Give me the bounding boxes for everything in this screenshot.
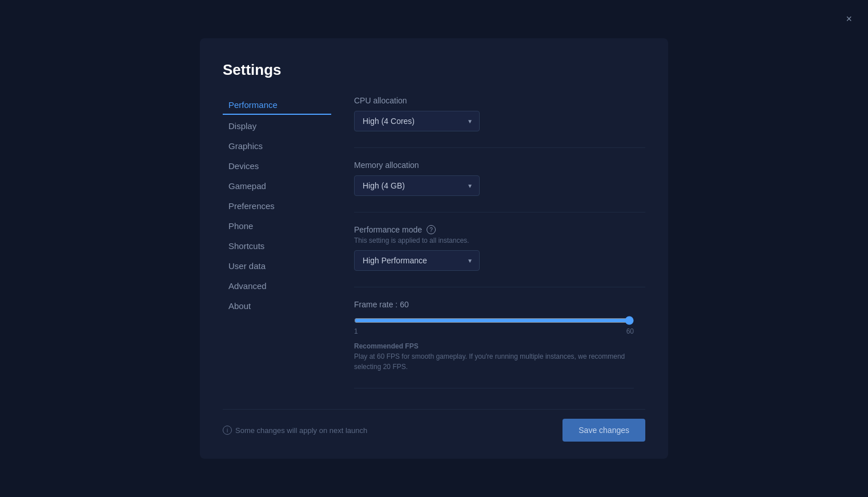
footer-note: i Some changes will apply on next launch <box>223 426 367 435</box>
sidebar-item-advanced[interactable]: Advanced <box>223 277 331 295</box>
separator-2 <box>354 212 645 213</box>
content-area: CPU allocation Low (2 Cores)Medium (3 Co… <box>331 96 645 393</box>
save-changes-button[interactable]: Save changes <box>562 419 645 442</box>
toggles-container: Enable high frame rateEnable VSync (to p… <box>354 388 645 393</box>
memory-allocation-label: Memory allocation <box>354 161 645 170</box>
sidebar-item-display[interactable]: Display <box>223 117 331 135</box>
frame-rate-label: Frame rate : 60 <box>354 300 645 309</box>
sidebar-item-gamepad[interactable]: Gamepad <box>223 177 331 195</box>
performance-mode-label: Performance mode ? <box>354 225 645 234</box>
sidebar-item-about[interactable]: About <box>223 297 331 315</box>
close-button[interactable]: × <box>841 11 857 26</box>
performance-mode-select-wrapper: Low PowerBalancedHigh PerformanceUltra ▼ <box>354 250 480 271</box>
memory-allocation-select-wrapper: Low (2 GB)Medium (3 GB)High (4 GB)Ultra … <box>354 175 480 196</box>
performance-mode-help-icon[interactable]: ? <box>427 225 436 234</box>
sidebar-item-user-data[interactable]: User data <box>223 257 331 275</box>
footer-info-icon: i <box>223 426 232 435</box>
cpu-allocation-section: CPU allocation Low (2 Cores)Medium (3 Co… <box>354 96 645 131</box>
sidebar-item-devices[interactable]: Devices <box>223 157 331 175</box>
sidebar-item-shortcuts[interactable]: Shortcuts <box>223 237 331 255</box>
performance-mode-section: Performance mode ? This setting is appli… <box>354 225 645 271</box>
cpu-allocation-select[interactable]: Low (2 Cores)Medium (3 Cores)High (4 Cor… <box>354 111 480 131</box>
performance-mode-select[interactable]: Low PowerBalancedHigh PerformanceUltra <box>354 250 480 271</box>
sidebar-item-performance[interactable]: Performance <box>223 96 331 115</box>
footer: i Some changes will apply on next launch… <box>223 409 645 442</box>
separator-3 <box>354 287 645 287</box>
slider-min-label: 1 <box>354 327 358 335</box>
memory-allocation-select[interactable]: Low (2 GB)Medium (3 GB)High (4 GB)Ultra … <box>354 175 480 196</box>
frame-rate-section: Frame rate : 60 1 60 Recommended FPS Pla… <box>354 300 645 372</box>
toggle-row-high-frame-rate: Enable high frame rate <box>354 388 634 393</box>
settings-dialog: Settings PerformanceDisplayGraphicsDevic… <box>200 38 668 459</box>
rec-fps-desc: Play at 60 FPS for smooth gameplay. If y… <box>354 351 634 372</box>
dialog-title: Settings <box>223 61 645 79</box>
memory-allocation-section: Memory allocation Low (2 GB)Medium (3 GB… <box>354 161 645 196</box>
dialog-body: PerformanceDisplayGraphicsDevicesGamepad… <box>223 96 645 393</box>
sidebar-item-preferences[interactable]: Preferences <box>223 197 331 215</box>
rec-fps-title: Recommended FPS <box>354 342 645 350</box>
separator-1 <box>354 147 645 148</box>
sidebar: PerformanceDisplayGraphicsDevicesGamepad… <box>223 96 331 393</box>
performance-mode-sub-text: This setting is applied to all instances… <box>354 237 645 245</box>
sidebar-item-phone[interactable]: Phone <box>223 217 331 235</box>
frame-rate-slider[interactable] <box>354 316 634 325</box>
slider-labels: 1 60 <box>354 327 634 335</box>
slider-max-label: 60 <box>626 327 634 335</box>
sidebar-item-graphics[interactable]: Graphics <box>223 137 331 155</box>
recommended-fps: Recommended FPS Play at 60 FPS for smoot… <box>354 342 645 372</box>
footer-note-text: Some changes will apply on next launch <box>235 426 367 435</box>
cpu-allocation-select-wrapper: Low (2 Cores)Medium (3 Cores)High (4 Cor… <box>354 111 480 131</box>
cpu-allocation-label: CPU allocation <box>354 96 645 105</box>
